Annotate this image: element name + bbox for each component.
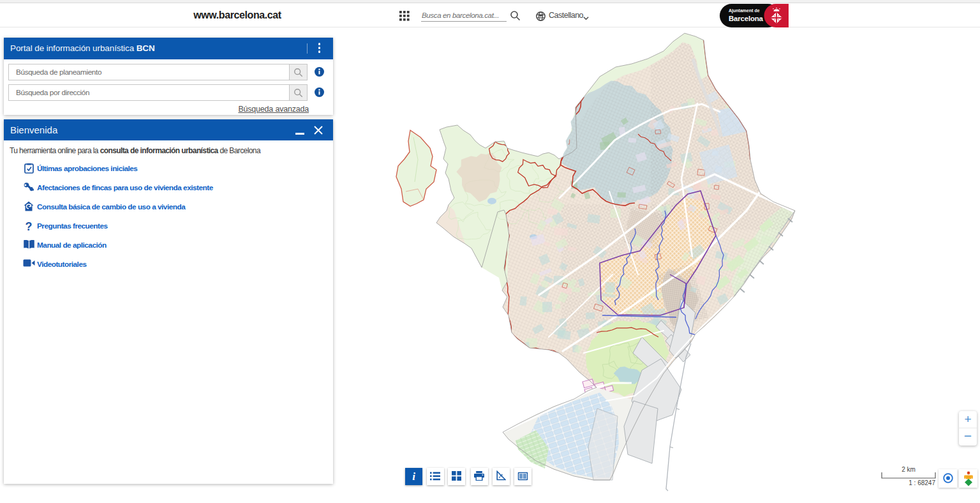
svg-text:Barcelona: Barcelona bbox=[729, 15, 764, 22]
svg-text:Ajuntament de: Ajuntament de bbox=[729, 8, 760, 13]
